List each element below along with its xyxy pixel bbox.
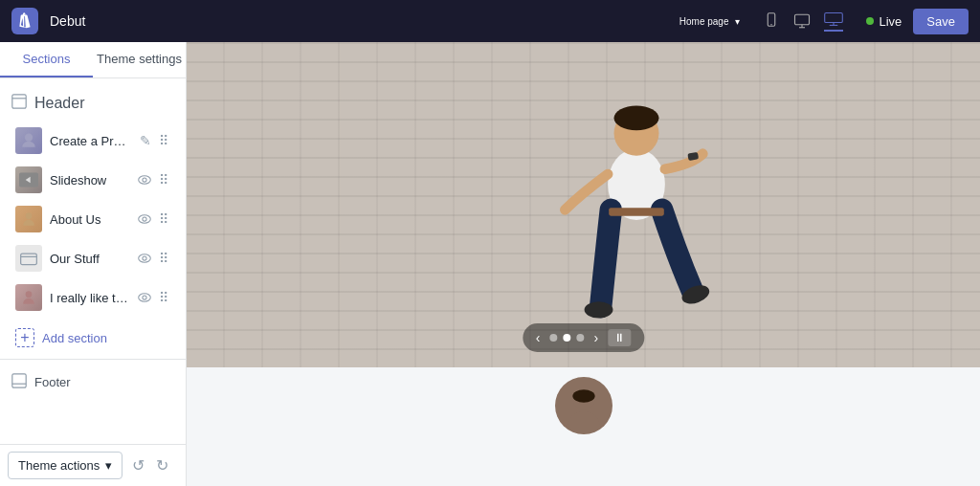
section-actions-slideshow: ⠿ bbox=[136, 170, 170, 189]
svg-point-12 bbox=[139, 176, 151, 184]
svg-point-19 bbox=[139, 254, 151, 262]
bottom-bar: Theme actions ▾ ↺ ↻ bbox=[0, 444, 186, 486]
list-item[interactable]: I really like thes... ⠿ bbox=[4, 278, 182, 317]
drag-handle-icon[interactable]: ⠿ bbox=[157, 170, 170, 189]
live-indicator: Live bbox=[866, 14, 902, 29]
section-label-likes: I really like thes... bbox=[50, 291, 128, 305]
tab-sections[interactable]: Sections bbox=[0, 42, 93, 77]
svg-rect-30 bbox=[610, 208, 665, 216]
drag-handle-icon[interactable]: ⠿ bbox=[157, 131, 170, 150]
list-item[interactable]: Our Stuff ⠿ bbox=[4, 239, 182, 277]
preview-below-fold bbox=[187, 367, 980, 486]
person-svg bbox=[531, 52, 742, 358]
section-actions-likes: ⠿ bbox=[136, 288, 170, 307]
slider-dot-3[interactable] bbox=[577, 334, 585, 342]
page-selector[interactable]: Home page ▾ bbox=[679, 16, 740, 27]
redo-button[interactable]: ↻ bbox=[152, 453, 172, 478]
sidebar: Sections Theme settings Header Create a … bbox=[0, 42, 187, 486]
add-section-icon: + bbox=[15, 328, 34, 347]
person-head-thumbnail bbox=[555, 377, 612, 434]
svg-rect-24 bbox=[12, 374, 26, 387]
section-thumbnail-about bbox=[15, 206, 42, 232]
section-thumbnail-pro bbox=[15, 127, 42, 154]
section-actions-about: ⠿ bbox=[136, 210, 170, 229]
section-actions-pro: ✎ ⠿ bbox=[138, 131, 170, 150]
sidebar-content: Header Create a Pro Te... ✎ ⠿ Slideshow bbox=[0, 78, 186, 444]
svg-point-22 bbox=[139, 294, 151, 301]
list-item[interactable]: Slideshow ⠿ bbox=[4, 161, 182, 199]
svg-point-14 bbox=[26, 212, 33, 219]
add-section-label: Add section bbox=[42, 331, 107, 345]
eye-icon[interactable] bbox=[136, 250, 153, 267]
section-label-stuff: Our Stuff bbox=[50, 252, 128, 266]
header-icon bbox=[11, 94, 27, 113]
shopify-icon bbox=[16, 12, 33, 30]
live-label: Live bbox=[880, 14, 902, 29]
mobile-view-icon[interactable] bbox=[763, 12, 780, 30]
footer-icon bbox=[11, 373, 27, 391]
section-actions-stuff: ⠿ bbox=[136, 249, 170, 268]
shopify-logo bbox=[11, 8, 38, 34]
live-dot bbox=[866, 17, 874, 25]
svg-point-10 bbox=[25, 134, 33, 142]
slider-dots bbox=[550, 334, 585, 342]
preview-area: ‹ › ⏸ bbox=[187, 42, 980, 486]
svg-point-15 bbox=[139, 215, 151, 223]
slider-controls: ‹ › ⏸ bbox=[523, 323, 644, 352]
theme-actions-button[interactable]: Theme actions ▾ bbox=[8, 452, 122, 479]
svg-rect-17 bbox=[21, 254, 37, 265]
pencil-icon[interactable]: ✎ bbox=[138, 131, 153, 150]
svg-rect-5 bbox=[824, 13, 842, 23]
slider-dot-1[interactable] bbox=[550, 334, 558, 342]
svg-point-21 bbox=[26, 291, 33, 298]
topbar: Debut Home page ▾ Live Save bbox=[0, 0, 980, 42]
svg-rect-2 bbox=[794, 14, 809, 25]
preview-frame: ‹ › ⏸ bbox=[187, 42, 980, 486]
svg-point-23 bbox=[143, 296, 146, 299]
theme-actions-label: Theme actions bbox=[18, 458, 100, 473]
drag-handle-icon[interactable]: ⠿ bbox=[157, 288, 170, 307]
viewport-icons bbox=[763, 11, 843, 32]
desktop-view-icon[interactable] bbox=[793, 12, 811, 30]
section-thumbnail-likes bbox=[15, 284, 42, 311]
undo-redo-controls: ↺ ↻ bbox=[128, 453, 172, 478]
store-name: Debut bbox=[50, 13, 85, 29]
undo-button[interactable]: ↺ bbox=[128, 453, 148, 478]
sidebar-item-footer[interactable]: Footer bbox=[11, 365, 174, 399]
save-button[interactable]: Save bbox=[913, 9, 969, 34]
sidebar-item-header[interactable]: Header bbox=[0, 86, 186, 121]
section-label-slideshow: Slideshow bbox=[50, 173, 128, 188]
section-label-about: About Us bbox=[50, 212, 128, 227]
slider-prev-button[interactable]: ‹ bbox=[536, 330, 541, 345]
slider-pause-button[interactable]: ⏸ bbox=[608, 329, 631, 346]
svg-point-34 bbox=[572, 389, 594, 402]
svg-point-1 bbox=[770, 24, 772, 26]
section-thumbnail-stuff bbox=[15, 245, 42, 272]
chevron-down-icon: ▾ bbox=[105, 458, 112, 473]
sidebar-footer: Footer bbox=[0, 359, 186, 405]
chevron-down-icon: ▾ bbox=[735, 16, 740, 27]
hero-person-figure bbox=[531, 42, 742, 367]
drag-handle-icon[interactable]: ⠿ bbox=[157, 249, 170, 268]
page-name: Home page bbox=[679, 16, 729, 27]
svg-rect-8 bbox=[12, 95, 26, 108]
eye-icon[interactable] bbox=[136, 171, 153, 188]
list-item[interactable]: Create a Pro Te... ✎ ⠿ bbox=[4, 122, 182, 160]
header-label: Header bbox=[34, 95, 84, 112]
eye-icon[interactable] bbox=[136, 210, 153, 228]
wide-view-icon[interactable] bbox=[824, 11, 843, 32]
add-section-button[interactable]: + Add section bbox=[4, 320, 182, 355]
svg-point-31 bbox=[585, 301, 613, 318]
person-avatar-svg bbox=[560, 382, 608, 430]
list-item[interactable]: About Us ⠿ bbox=[4, 200, 182, 238]
slider-dot-2[interactable] bbox=[564, 334, 571, 342]
section-thumbnail-slideshow bbox=[15, 166, 42, 193]
drag-handle-icon[interactable]: ⠿ bbox=[157, 210, 170, 229]
svg-point-20 bbox=[143, 256, 146, 260]
tab-theme-settings[interactable]: Theme settings bbox=[93, 42, 186, 77]
sidebar-tabs: Sections Theme settings bbox=[0, 42, 186, 78]
main-layout: Sections Theme settings Header Create a … bbox=[0, 42, 980, 486]
svg-point-16 bbox=[143, 217, 146, 221]
eye-icon[interactable] bbox=[136, 289, 153, 306]
slider-next-button[interactable]: › bbox=[594, 330, 599, 345]
